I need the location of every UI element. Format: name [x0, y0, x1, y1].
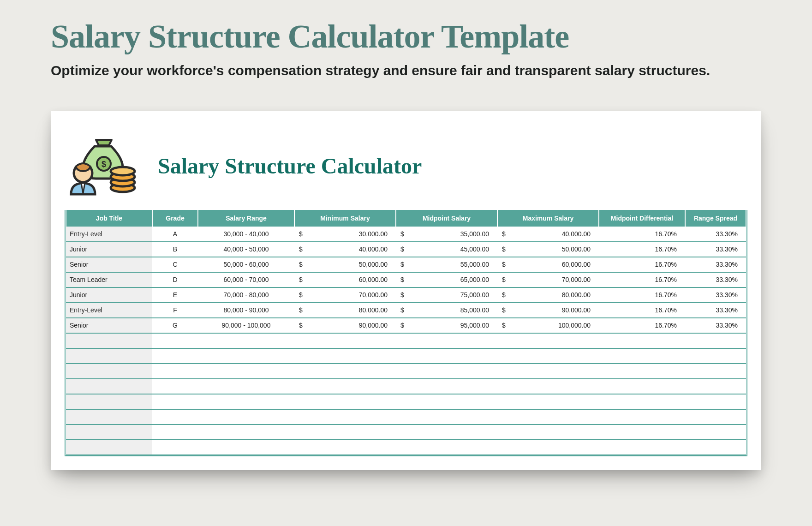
table-row: JuniorB40,000 - 50,000$40,000.00$45,000.… [66, 242, 746, 257]
col-mid-salary: Midpoint Salary [396, 210, 497, 227]
cell-diff[interactable]: 16.70% [599, 227, 685, 242]
cell-job[interactable]: Senior [66, 318, 152, 333]
cell-spread[interactable]: 33.30% [685, 272, 746, 287]
table-row-empty [66, 364, 746, 379]
cell-job[interactable]: Entry-Level [66, 303, 152, 318]
cell-spread[interactable]: 33.30% [685, 303, 746, 318]
cell-mid[interactable]: $65,000.00 [396, 272, 497, 287]
col-max-salary: Maximum Salary [497, 210, 599, 227]
table-row: SeniorC50,000 - 60,000$50,000.00$55,000.… [66, 257, 746, 272]
cell-min[interactable]: $60,000.00 [294, 272, 396, 287]
cell-max[interactable]: $40,000.00 [497, 227, 599, 242]
cell-max[interactable]: $100,000.00 [497, 318, 599, 333]
cell-empty[interactable] [66, 379, 152, 394]
cell-job[interactable]: Junior [66, 242, 152, 257]
cell-job[interactable]: Entry-Level [66, 227, 152, 242]
cell-job[interactable]: Team Leader [66, 272, 152, 287]
page-title: Salary Structure Calculator Template [51, 19, 761, 54]
table-row: SeniorG90,000 - 100,000$90,000.00$95,000… [66, 318, 746, 333]
cell-range[interactable]: 40,000 - 50,000 [198, 242, 294, 257]
cell-spread[interactable]: 33.30% [685, 318, 746, 333]
cell-diff[interactable]: 16.70% [599, 242, 685, 257]
cell-spread[interactable]: 33.30% [685, 227, 746, 242]
col-job-title: Job Title [66, 210, 152, 227]
cell-grade[interactable]: D [152, 272, 198, 287]
cell-mid[interactable]: $55,000.00 [396, 257, 497, 272]
cell-empty[interactable] [152, 424, 746, 440]
cell-range[interactable]: 60,000 - 70,000 [198, 272, 294, 287]
col-grade: Grade [152, 210, 198, 227]
cell-empty[interactable] [66, 394, 152, 409]
cell-mid[interactable]: $95,000.00 [396, 318, 497, 333]
col-min-salary: Minimum Salary [294, 210, 396, 227]
table-row-empty [66, 348, 746, 364]
cell-max[interactable]: $60,000.00 [497, 257, 599, 272]
cell-diff[interactable]: 16.70% [599, 287, 685, 303]
cell-grade[interactable]: A [152, 227, 198, 242]
cell-diff[interactable]: 16.70% [599, 272, 685, 287]
cell-grade[interactable]: E [152, 287, 198, 303]
cell-grade[interactable]: G [152, 318, 198, 333]
cell-empty[interactable] [152, 409, 746, 424]
table-row: Entry-LevelA30,000 - 40,000$30,000.00$35… [66, 227, 746, 242]
cell-max[interactable]: $80,000.00 [497, 287, 599, 303]
cell-diff[interactable]: 16.70% [599, 303, 685, 318]
cell-empty[interactable] [66, 440, 152, 455]
cell-empty[interactable] [152, 348, 746, 364]
cell-mid[interactable]: $75,000.00 [396, 287, 497, 303]
cell-mid[interactable]: $85,000.00 [396, 303, 497, 318]
cell-empty[interactable] [152, 364, 746, 379]
cell-empty[interactable] [66, 364, 152, 379]
cell-range[interactable]: 50,000 - 60,000 [198, 257, 294, 272]
cell-job[interactable]: Senior [66, 257, 152, 272]
cell-min[interactable]: $80,000.00 [294, 303, 396, 318]
cell-diff[interactable]: 16.70% [599, 257, 685, 272]
cell-max[interactable]: $50,000.00 [497, 242, 599, 257]
table-row-empty [66, 440, 746, 455]
cell-grade[interactable]: F [152, 303, 198, 318]
cell-empty[interactable] [66, 348, 152, 364]
cell-min[interactable]: $30,000.00 [294, 227, 396, 242]
table-row-empty [66, 333, 746, 348]
col-salary-range: Salary Range [198, 210, 294, 227]
svg-text:$: $ [102, 160, 106, 169]
cell-empty[interactable] [66, 424, 152, 440]
cell-empty[interactable] [66, 409, 152, 424]
table-row-empty [66, 424, 746, 440]
cell-diff[interactable]: 16.70% [599, 318, 685, 333]
table-row: JuniorE70,000 - 80,000$70,000.00$75,000.… [66, 287, 746, 303]
cell-min[interactable]: $50,000.00 [294, 257, 396, 272]
table-header-row: Job Title Grade Salary Range Minimum Sal… [66, 210, 746, 227]
cell-spread[interactable]: 33.30% [685, 242, 746, 257]
cell-empty[interactable] [152, 440, 746, 455]
table-row: Entry-LevelF80,000 - 90,000$80,000.00$85… [66, 303, 746, 318]
cell-min[interactable]: $40,000.00 [294, 242, 396, 257]
cell-min[interactable]: $90,000.00 [294, 318, 396, 333]
page-subtitle: Optimize your workforce's compensation s… [51, 63, 761, 78]
card-title: Salary Structure Calculator [158, 153, 422, 179]
cell-empty[interactable] [152, 333, 746, 348]
cell-spread[interactable]: 33.30% [685, 287, 746, 303]
cell-grade[interactable]: B [152, 242, 198, 257]
col-range-spread: Range Spread [685, 210, 746, 227]
cell-range[interactable]: 80,000 - 90,000 [198, 303, 294, 318]
table-row-empty [66, 394, 746, 409]
spreadsheet-card: $ Salary Structure Calculator Job Titl [51, 111, 761, 470]
cell-mid[interactable]: $35,000.00 [396, 227, 497, 242]
cell-job[interactable]: Junior [66, 287, 152, 303]
cell-grade[interactable]: C [152, 257, 198, 272]
table-row: Team LeaderD60,000 - 70,000$60,000.00$65… [66, 272, 746, 287]
table-row-empty [66, 379, 746, 394]
cell-min[interactable]: $70,000.00 [294, 287, 396, 303]
cell-spread[interactable]: 33.30% [685, 257, 746, 272]
cell-empty[interactable] [66, 333, 152, 348]
cell-empty[interactable] [152, 379, 746, 394]
cell-range[interactable]: 70,000 - 80,000 [198, 287, 294, 303]
cell-mid[interactable]: $45,000.00 [396, 242, 497, 257]
cell-empty[interactable] [152, 394, 746, 409]
col-mid-diff: Midpoint Differential [599, 210, 685, 227]
cell-range[interactable]: 90,000 - 100,000 [198, 318, 294, 333]
cell-max[interactable]: $70,000.00 [497, 272, 599, 287]
cell-max[interactable]: $90,000.00 [497, 303, 599, 318]
cell-range[interactable]: 30,000 - 40,000 [198, 227, 294, 242]
